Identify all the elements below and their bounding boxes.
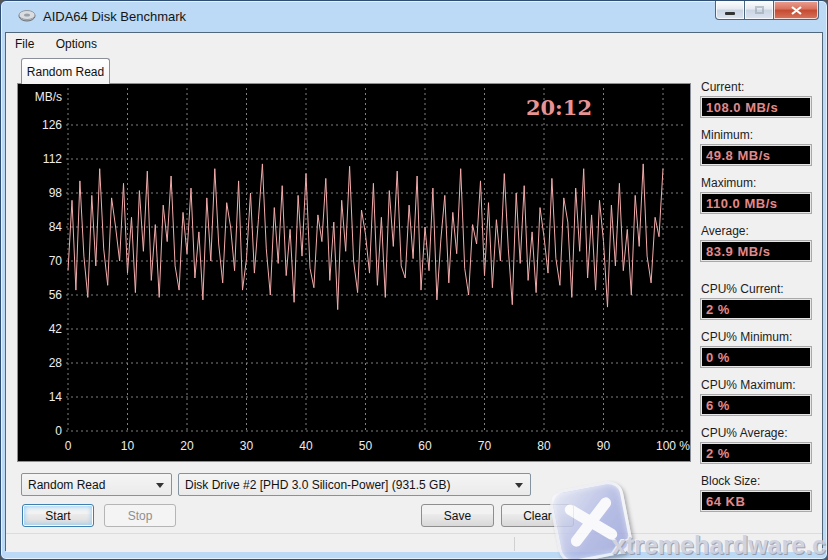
svg-text:0: 0 <box>65 439 72 453</box>
stat-cpu-average-label: CPU% Average: <box>701 426 788 440</box>
svg-text:70: 70 <box>478 439 492 453</box>
stat-maximum-label: Maximum: <box>701 176 756 190</box>
svg-text:20:12: 20:12 <box>526 95 592 120</box>
menu-bar: File Options <box>6 33 822 55</box>
status-bar <box>6 533 822 552</box>
stat-block-size-value: 64 KB <box>701 491 811 511</box>
app-window: AIDA64 Disk Benchmark File Options Rando… <box>0 0 828 560</box>
stat-cpu-current-label: CPU% Current: <box>701 282 784 296</box>
svg-text:MB/s: MB/s <box>35 90 62 104</box>
close-button[interactable] <box>773 1 819 20</box>
stat-maximum-value: 110.0 MB/s <box>701 193 811 213</box>
stat-cpu-maximum-label: CPU% Maximum: <box>701 378 796 392</box>
svg-text:0: 0 <box>55 424 62 438</box>
svg-text:60: 60 <box>418 439 432 453</box>
svg-text:50: 50 <box>359 439 373 453</box>
window-title: AIDA64 Disk Benchmark <box>43 9 186 24</box>
stat-minimum-value: 49.8 MB/s <box>701 145 811 165</box>
stat-cpu-current-value: 2 % <box>701 299 811 319</box>
clear-button[interactable]: Clear <box>501 504 574 527</box>
disk-drive-value: Disk Drive #2 [PHD 3.0 Silicon-Power] (9… <box>185 478 450 492</box>
benchmark-chart: 1261129884705642281400102030405060708090… <box>17 83 691 462</box>
svg-text:126: 126 <box>42 118 62 132</box>
chevron-down-icon <box>156 483 164 488</box>
svg-text:80: 80 <box>537 439 551 453</box>
svg-text:40: 40 <box>299 439 313 453</box>
stat-cpu-minimum-label: CPU% Minimum: <box>701 330 792 344</box>
svg-text:112: 112 <box>43 152 62 166</box>
benchmark-chart-svg: 1261129884705642281400102030405060708090… <box>18 84 690 461</box>
svg-text:30: 30 <box>240 439 254 453</box>
benchmark-type-select[interactable]: Random Read <box>21 473 172 496</box>
stat-current-label: Current: <box>701 80 744 94</box>
tab-random-read[interactable]: Random Read <box>21 58 110 84</box>
svg-text:56: 56 <box>49 288 63 302</box>
chevron-down-icon <box>515 483 523 488</box>
minimize-button[interactable] <box>715 1 745 20</box>
svg-text:90: 90 <box>597 439 611 453</box>
disk-icon <box>18 9 36 23</box>
minimize-icon <box>725 12 735 15</box>
disk-drive-select[interactable]: Disk Drive #2 [PHD 3.0 Silicon-Power] (9… <box>178 473 531 496</box>
stat-average-label: Average: <box>701 224 749 238</box>
svg-text:70: 70 <box>49 254 63 268</box>
svg-text:20: 20 <box>180 439 194 453</box>
client-area: File Options Random Read 126112988470564… <box>5 32 823 551</box>
close-icon <box>791 6 802 15</box>
status-bar-separator <box>514 537 515 551</box>
svg-text:14: 14 <box>49 390 63 404</box>
stat-block-size-label: Block Size: <box>701 474 760 488</box>
stop-button[interactable]: Stop <box>104 504 176 527</box>
save-button[interactable]: Save <box>421 504 494 527</box>
svg-text:42: 42 <box>49 322 63 336</box>
maximize-icon <box>755 6 764 14</box>
benchmark-type-value: Random Read <box>28 478 105 492</box>
stat-cpu-average-value: 2 % <box>701 443 811 463</box>
svg-text:100 %: 100 % <box>656 439 690 453</box>
svg-text:28: 28 <box>49 356 63 370</box>
stat-current-value: 108.0 MB/s <box>701 97 811 117</box>
svg-text:98: 98 <box>49 186 63 200</box>
svg-text:10: 10 <box>121 439 135 453</box>
title-bar[interactable]: AIDA64 Disk Benchmark <box>1 1 827 32</box>
stat-average-value: 83.9 MB/s <box>701 241 811 261</box>
stat-cpu-maximum-value: 6 % <box>701 395 811 415</box>
menu-file[interactable]: File <box>6 33 43 55</box>
svg-text:84: 84 <box>49 220 63 234</box>
maximize-button <box>745 1 773 20</box>
stat-minimum-label: Minimum: <box>701 128 753 142</box>
stat-cpu-minimum-value: 0 % <box>701 347 811 367</box>
start-button[interactable]: Start <box>22 504 94 527</box>
menu-options[interactable]: Options <box>47 33 106 55</box>
